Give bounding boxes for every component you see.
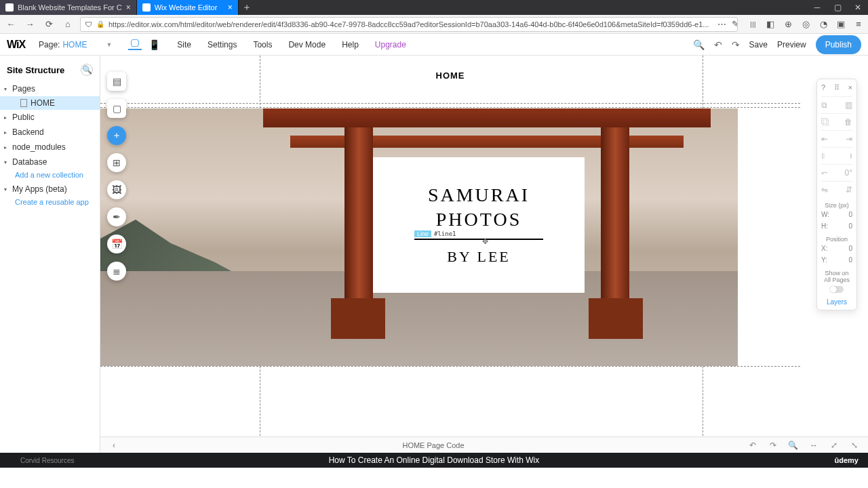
course-footer: Corvid Resources How To Create An Online…	[0, 453, 868, 468]
flip-v-icon[interactable]: ⇵	[846, 185, 852, 195]
sidebar-item-database[interactable]: Database	[0, 155, 100, 169]
sidebar-icon[interactable]: ◧	[765, 19, 776, 30]
ext2-icon[interactable]: ◎	[800, 19, 811, 30]
sidebar-item-node-modules[interactable]: node_modules	[0, 140, 100, 155]
close-icon[interactable]: ×	[848, 83, 852, 92]
data-tool-icon[interactable]: ≣	[107, 262, 126, 281]
browser-tab-active[interactable]: Wix Website Editor ×	[137, 0, 239, 15]
url-input[interactable]: 🛡 🔒 https://editor.wix.com/html/editor/w…	[80, 17, 738, 32]
code-panel-bar[interactable]: ‹ HOME Page Code ↶ ↷ 🔍 ↔ ⤢ ⤡	[100, 436, 868, 453]
document-icon	[20, 99, 27, 107]
udemy-logo[interactable]: ûdemy	[835, 456, 859, 464]
editor-canvas[interactable]: ▤ ▢ ＋ ⊞ 🖼 ✒ 📅 ≣ HOME	[100, 56, 868, 453]
search-icon[interactable]: 🔍	[81, 64, 93, 76]
layers-link[interactable]: Layers	[821, 298, 852, 306]
site-nav-home[interactable]: HOME	[100, 70, 800, 81]
desktop-view-icon[interactable]: 🖵	[128, 39, 142, 50]
back-icon[interactable]: ←	[4, 18, 18, 31]
collapse-icon[interactable]: ‹	[107, 441, 121, 450]
duplicate-icon[interactable]: ⿻	[821, 117, 829, 127]
apps-tool-icon[interactable]: ⊞	[107, 153, 126, 172]
page-selector[interactable]: Page: HOME ▼	[39, 40, 112, 49]
position-section-label: Position	[821, 236, 852, 243]
code-wrap-icon[interactable]: ↔	[807, 441, 821, 450]
show-all-pages-toggle[interactable]	[830, 286, 844, 293]
redo-icon[interactable]: ↷	[732, 39, 740, 50]
mobile-view-icon[interactable]: 📱	[147, 39, 161, 50]
wix-logo[interactable]: WiX	[7, 39, 25, 51]
align-left-icon[interactable]: ⇤	[821, 134, 828, 144]
create-app-link[interactable]: Create a reusable app	[0, 197, 100, 209]
undo-icon[interactable]: ↶	[714, 39, 722, 50]
rotate-icon[interactable]: ⤺	[821, 168, 828, 178]
menu-upgrade[interactable]: Upgrade	[375, 40, 406, 49]
drag-handle-icon[interactable]: ⠿	[834, 83, 840, 92]
hero-title-2: PHOTOS	[436, 209, 521, 230]
pages-tool-icon[interactable]: ▤	[107, 72, 126, 91]
close-window-icon[interactable]: ✕	[848, 0, 868, 15]
save-button[interactable]: Save	[749, 40, 768, 49]
delete-icon[interactable]: 🗑	[844, 117, 852, 127]
menu-help[interactable]: Help	[342, 40, 359, 49]
code-redo-icon[interactable]: ↷	[766, 441, 780, 450]
x-input[interactable]: 0	[848, 245, 852, 252]
code-maximize-icon[interactable]: ⤡	[848, 441, 861, 450]
menu-settings[interactable]: Settings	[208, 40, 237, 49]
help-icon[interactable]: ?	[821, 83, 825, 92]
move-handle-icon[interactable]: ✥	[482, 237, 488, 246]
favicon-icon	[142, 3, 151, 12]
course-title: How To Create An Online Digital Download…	[329, 455, 540, 465]
search-icon[interactable]: 🔍	[693, 39, 705, 50]
distribute-v-icon[interactable]: ⫲	[850, 151, 852, 161]
maximize-icon[interactable]: ▢	[827, 0, 848, 15]
paste-icon[interactable]: ▥	[845, 100, 852, 110]
blog-tool-icon[interactable]: 📅	[107, 235, 126, 253]
code-search-icon[interactable]: 🔍	[787, 441, 800, 450]
new-tab-button[interactable]: ＋	[239, 0, 255, 15]
code-expand-icon[interactable]: ⤢	[827, 441, 841, 450]
profile-icon[interactable]: ◔	[818, 19, 829, 30]
menu-icon[interactable]: ≡	[853, 19, 864, 30]
sidebar-page-home[interactable]: HOME	[0, 96, 100, 110]
add-collection-link[interactable]: Add a new collection	[0, 169, 100, 182]
distribute-h-icon[interactable]: ⫴	[821, 151, 825, 161]
y-input[interactable]: 0	[848, 256, 852, 264]
reader-icon[interactable]: ✎	[732, 19, 738, 29]
page-name: HOME	[62, 40, 87, 49]
window-controls: ─ ▢ ✕	[807, 0, 868, 15]
sidebar-item-pages[interactable]: Pages	[0, 81, 100, 96]
more-icon[interactable]: ⋯	[717, 19, 726, 29]
library-icon[interactable]: ⫼	[747, 19, 758, 30]
pen-tool-icon[interactable]: ✒	[107, 207, 126, 226]
add-tool-icon[interactable]: ＋	[107, 126, 126, 145]
home-icon[interactable]: ⌂	[61, 18, 75, 31]
copy-icon[interactable]: ⧉	[821, 100, 827, 110]
sidebar-item-myapps[interactable]: My Apps (beta)	[0, 182, 100, 197]
menu-tools[interactable]: Tools	[253, 40, 272, 49]
publish-button[interactable]: Publish	[816, 35, 861, 54]
sidebar-item-backend[interactable]: Backend	[0, 125, 100, 140]
reload-icon[interactable]: ⟳	[42, 18, 56, 31]
ext1-icon[interactable]: ⊕	[783, 19, 793, 30]
forward-icon[interactable]: →	[23, 18, 37, 31]
width-input[interactable]: 0	[848, 211, 852, 218]
code-undo-icon[interactable]: ↶	[746, 441, 760, 450]
browser-tab-other[interactable]: Blank Website Templates For C ×	[0, 0, 137, 15]
close-icon[interactable]: ×	[126, 3, 131, 12]
menu-site[interactable]: Site	[177, 40, 191, 49]
media-tool-icon[interactable]: 🖼	[107, 180, 126, 199]
site-structure-panel: Site Structure 🔍 Pages HOME Public Backe…	[0, 56, 100, 453]
sidebar-item-public[interactable]: Public	[0, 110, 100, 125]
background-tool-icon[interactable]: ▢	[107, 99, 126, 118]
ext3-icon[interactable]: ▣	[835, 19, 846, 30]
height-input[interactable]: 0	[848, 222, 852, 230]
minimize-icon[interactable]: ─	[807, 0, 827, 15]
hero-byline: BY LEE	[447, 248, 511, 266]
align-right-icon[interactable]: ⇥	[846, 134, 852, 144]
preview-button[interactable]: Preview	[777, 40, 806, 49]
selected-line-element[interactable]: Line #line1 ✥	[414, 239, 543, 240]
close-icon[interactable]: ×	[228, 3, 233, 12]
hero-card[interactable]: SAMURAI PHOTOS Line #line1 ✥ BY LEE	[373, 157, 585, 293]
flip-h-icon[interactable]: ⇋	[821, 185, 828, 195]
menu-devmode[interactable]: Dev Mode	[288, 40, 326, 49]
